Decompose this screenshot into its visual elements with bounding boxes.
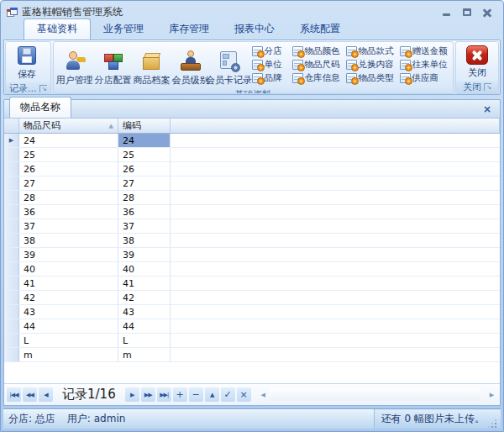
grid-cell[interactable]: 42 xyxy=(118,291,171,304)
grid-cell[interactable]: 36 xyxy=(118,205,171,219)
tab-inventory-management[interactable]: 库存管理 xyxy=(156,19,222,40)
hscroll-right-icon[interactable]: ▶ xyxy=(486,388,498,401)
table-row[interactable]: 4242 xyxy=(4,291,500,305)
grid-cell[interactable]: 39 xyxy=(118,248,171,261)
resize-grip-icon[interactable] xyxy=(489,420,497,429)
grid-cell[interactable]: m xyxy=(19,348,118,361)
grid-cell[interactable]: m xyxy=(118,348,171,361)
table-row[interactable]: ▶2424 xyxy=(4,134,500,148)
hscroll-left-icon[interactable]: ◀ xyxy=(257,388,270,401)
ribbon-item-warehouse-info[interactable]: 仓库信息 xyxy=(292,72,346,84)
table-row[interactable]: 2626 xyxy=(4,162,500,176)
table-row[interactable]: 3737 xyxy=(4,219,500,234)
grid-cell[interactable]: L xyxy=(118,334,171,347)
grid-cell[interactable]: 27 xyxy=(19,176,118,190)
grid-cell[interactable]: L xyxy=(19,334,118,347)
member-card-record-button[interactable]: 会员卡记录 xyxy=(210,43,249,87)
dialog-launcher-icon[interactable]: ↘ xyxy=(484,83,491,91)
table-row[interactable]: 3838 xyxy=(4,234,500,248)
grid-cell[interactable]: 25 xyxy=(118,148,171,161)
ribbon-item-unit[interactable]: 单位 xyxy=(252,59,292,71)
nav-prior-page-button[interactable]: ◀◀ xyxy=(23,387,37,402)
table-row[interactable]: 2727 xyxy=(4,176,500,191)
grid-cell[interactable]: 37 xyxy=(118,219,171,233)
grid-cell[interactable]: 26 xyxy=(19,162,118,176)
ribbon-item-item-color[interactable]: 物品颜色 xyxy=(292,45,346,57)
column-header-code[interactable]: 编码 xyxy=(118,119,171,133)
ribbon-item-item-size[interactable]: 物品尺码 xyxy=(292,59,346,71)
column-header-item-size[interactable]: 物品尺码 ▲ xyxy=(19,119,118,133)
grid-cell-selected[interactable]: 24 xyxy=(118,134,171,147)
save-button[interactable]: 保存 xyxy=(8,43,46,82)
nav-next-page-button[interactable]: ▶▶ xyxy=(141,387,155,402)
tab-basic-data[interactable]: 基础资料 xyxy=(24,18,91,40)
nav-cancel-button[interactable]: × xyxy=(237,387,251,402)
nav-post-button[interactable]: ✓ xyxy=(221,387,235,402)
nav-delete-button[interactable]: − xyxy=(189,387,203,402)
grid-cell[interactable]: 25 xyxy=(19,148,118,161)
nav-insert-button[interactable]: + xyxy=(173,387,187,402)
grid-body: ▶2424 2525 2626 2727 2828 3636 3737 3838… xyxy=(4,134,500,383)
table-row[interactable]: LL xyxy=(4,334,500,348)
grid-cell[interactable]: 44 xyxy=(19,319,118,333)
grid-cell[interactable]: 40 xyxy=(19,262,118,276)
ribbon-item-employee[interactable]: 员工 xyxy=(454,59,454,71)
grid-cell[interactable]: 37 xyxy=(19,219,118,233)
tab-business-management[interactable]: 业务管理 xyxy=(91,19,156,40)
grid-cell[interactable]: 36 xyxy=(19,205,118,219)
dialog-launcher-icon[interactable]: ↘ xyxy=(39,85,47,92)
nav-last-button[interactable]: ▶▶| xyxy=(157,387,171,402)
grid-cell[interactable]: 42 xyxy=(19,291,118,304)
tab-report-center[interactable]: 报表中心 xyxy=(222,19,287,40)
grid-cell[interactable]: 26 xyxy=(118,162,171,176)
user-management-button[interactable]: 用户管理 xyxy=(55,43,94,87)
grid-cell[interactable]: 28 xyxy=(118,191,171,204)
table-row[interactable]: 4444 xyxy=(4,319,500,334)
ribbon-item-exchange-content[interactable]: 兑换内容 xyxy=(346,59,400,71)
table-row[interactable]: 2525 xyxy=(4,148,500,162)
nav-next-button[interactable]: ▶ xyxy=(125,387,139,402)
ribbon-item-brand[interactable]: 品牌 xyxy=(252,72,292,84)
doc-tab-close-icon[interactable]: × xyxy=(480,103,495,115)
grid-cell[interactable]: 28 xyxy=(19,191,118,204)
grid-cell[interactable]: 24 xyxy=(19,134,118,147)
grid-cell[interactable]: 39 xyxy=(19,248,118,261)
grid-cell[interactable]: 44 xyxy=(118,319,171,333)
table-row[interactable]: 4343 xyxy=(4,305,500,319)
doc-tab-item-name[interactable]: 物品名称 xyxy=(9,97,71,118)
table-row[interactable]: 4040 xyxy=(4,262,500,277)
store-config-button[interactable]: 分店配置 xyxy=(94,43,133,87)
grid-cell[interactable]: 40 xyxy=(118,262,171,276)
member-level-button[interactable]: 会员级别 xyxy=(171,43,210,87)
table-row[interactable]: mm xyxy=(4,348,500,362)
ribbon-item-branch[interactable]: 分店 xyxy=(252,45,292,57)
ribbon-item-item-type[interactable]: 物品类型 xyxy=(346,72,400,84)
hscroll-track[interactable] xyxy=(270,388,480,401)
product-file-button[interactable]: 商品档案 xyxy=(133,43,171,87)
ribbon-item-contact-unit[interactable]: 往来单位 xyxy=(400,59,454,71)
grid-cell[interactable]: 38 xyxy=(19,234,118,247)
table-row[interactable]: 4141 xyxy=(4,277,500,291)
maximize-button[interactable] xyxy=(460,7,474,18)
close-button[interactable] xyxy=(480,7,494,18)
grid-cell[interactable]: 43 xyxy=(19,305,118,319)
grid-cell[interactable]: 41 xyxy=(118,277,171,290)
table-row[interactable]: 2828 xyxy=(4,191,500,205)
ribbon-item-supplier[interactable]: 供应商 xyxy=(400,72,454,84)
grid-cell[interactable]: 43 xyxy=(118,305,171,319)
ribbon-item-item-style[interactable]: 物品款式 xyxy=(346,45,400,57)
nav-first-button[interactable]: |◀◀ xyxy=(7,387,21,402)
grid-cell[interactable]: 27 xyxy=(118,176,171,190)
nav-edit-button[interactable]: ▲ xyxy=(205,387,219,402)
table-row[interactable]: 3636 xyxy=(4,205,500,219)
grid-cell[interactable]: 38 xyxy=(118,234,171,247)
tab-system-config[interactable]: 系统配置 xyxy=(287,19,353,40)
table-row[interactable]: 3939 xyxy=(4,248,500,262)
close-form-button[interactable]: 关闭 xyxy=(458,43,496,80)
ribbon-item-gift-amount[interactable]: 赠送金额 xyxy=(400,45,454,57)
grid-cell[interactable]: 41 xyxy=(19,277,118,290)
app-window: 蓝格鞋帽销售管理系统 基础资料 业务管理 库存管理 报表中心 系统配置 保存 记… xyxy=(0,0,504,432)
nav-prior-button[interactable]: ◀ xyxy=(39,387,53,402)
person-desk-icon xyxy=(180,50,202,72)
minimize-button[interactable] xyxy=(440,7,454,18)
